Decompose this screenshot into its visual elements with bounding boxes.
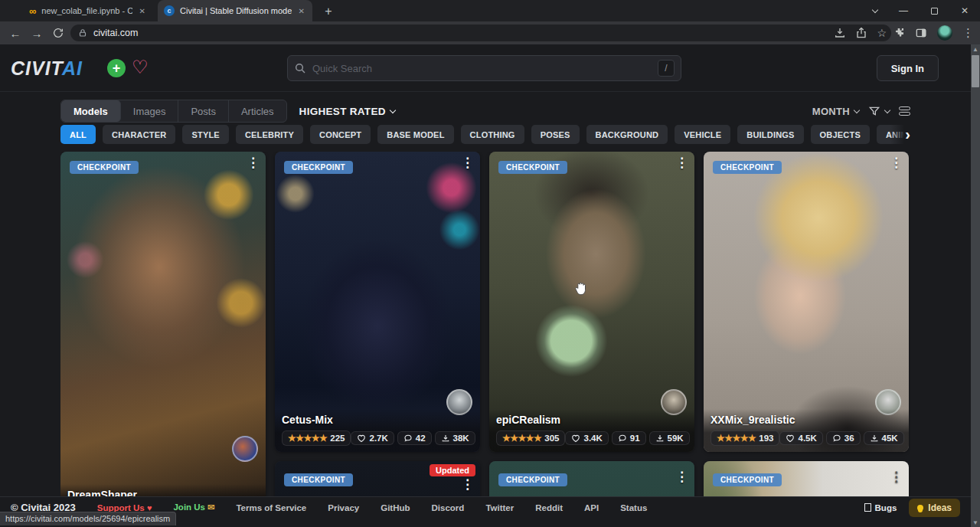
rating-count: 305 xyxy=(544,434,559,443)
tab-civitai[interactable]: c Civitai | Stable Diffusion models, ✕ xyxy=(158,0,312,21)
download-icon xyxy=(441,434,450,443)
ideas-button[interactable]: Ideas xyxy=(909,499,960,517)
page-scrollbar[interactable]: ▲ ▼ xyxy=(971,44,980,527)
chevron-down-icon xyxy=(884,106,890,113)
model-card-cetus-mix[interactable]: CHECKPOINT ⋮ Cetus-Mix ★★★★★ 225 2.7K xyxy=(275,152,480,452)
download-icon[interactable] xyxy=(834,27,846,39)
model-type-badge: CHECKPOINT xyxy=(70,161,139,174)
card-menu-icon[interactable]: ⋮ xyxy=(890,156,903,171)
side-panel-icon[interactable] xyxy=(915,27,927,39)
card-menu-icon[interactable]: ⋮ xyxy=(247,156,260,171)
model-card-epicrealism[interactable]: CHECKPOINT ⋮ epiCRealism ★★★★★ 305 3.4 xyxy=(489,152,694,452)
comments-badge: 91 xyxy=(612,431,646,445)
comments-badge: 42 xyxy=(397,431,432,445)
address-bar[interactable]: civitai.com ☆ xyxy=(70,25,891,41)
sign-in-button[interactable]: Sign In xyxy=(877,55,939,81)
tab-articles[interactable]: Articles xyxy=(229,100,286,122)
terms-link[interactable]: Terms of Service xyxy=(236,503,306,512)
star-icons: ★★★★★ xyxy=(288,433,327,444)
star-icons: ★★★★★ xyxy=(502,433,541,444)
civitai-favicon-icon: c xyxy=(164,5,175,16)
category-pills: ALL CHARACTER STYLE CELEBRITY CONCEPT BA… xyxy=(60,125,910,144)
discord-link[interactable]: Discord xyxy=(432,503,465,512)
card-menu-icon[interactable]: ⋮ xyxy=(890,470,903,485)
back-icon[interactable]: ← xyxy=(5,27,26,40)
upload-plus-button[interactable]: + xyxy=(107,59,126,77)
creator-avatar[interactable] xyxy=(232,436,258,462)
url-text: civitai.com xyxy=(93,28,138,38)
reload-icon[interactable] xyxy=(47,27,69,39)
category-character[interactable]: CHARACTER xyxy=(103,125,175,144)
extensions-puzzle-icon[interactable] xyxy=(893,27,905,39)
card-menu-icon[interactable]: ⋮ xyxy=(461,478,474,493)
rating-badge: ★★★★★ 225 xyxy=(282,430,351,446)
privacy-link[interactable]: Privacy xyxy=(328,503,359,512)
heart-icon xyxy=(571,434,580,443)
reddit-link[interactable]: Reddit xyxy=(535,503,563,512)
sort-dropdown[interactable]: HIGHEST RATED xyxy=(299,106,395,117)
api-link[interactable]: API xyxy=(584,503,599,512)
card-menu-icon[interactable]: ⋮ xyxy=(675,156,688,171)
search-input[interactable] xyxy=(312,63,652,74)
support-us-link[interactable]: Support Us ♥ xyxy=(97,503,152,512)
bookmark-star-icon[interactable]: ☆ xyxy=(877,27,887,39)
twitter-link[interactable]: Twitter xyxy=(485,503,514,512)
status-link[interactable]: Status xyxy=(620,503,647,512)
tab-title: Civitai | Stable Diffusion models, xyxy=(180,6,292,15)
tab-images[interactable]: Images xyxy=(121,100,179,122)
comment-icon xyxy=(403,434,413,443)
minimize-button[interactable]: — xyxy=(888,0,919,21)
tab-models[interactable]: Models xyxy=(61,100,121,122)
tab-close-icon[interactable]: ✕ xyxy=(297,7,306,15)
new-tab-button[interactable]: + xyxy=(320,3,337,20)
model-card-xxmix[interactable]: CHECKPOINT ⋮ XXMix_9realistic ★★★★★ 193 xyxy=(704,152,909,452)
period-dropdown[interactable]: MONTH xyxy=(812,106,859,117)
scroll-right-arrow[interactable]: › xyxy=(890,125,910,144)
envelope-icon: ✉ xyxy=(207,502,214,512)
category-vehicle[interactable]: VEHICLE xyxy=(675,125,730,144)
content-type-tabs: Models Images Posts Articles xyxy=(60,100,287,123)
model-card-dreamshaper[interactable]: CHECKPOINT ⋮ DreamShaper xyxy=(60,152,266,512)
status-url-tooltip: https://civitai.com/models/25694/epicrea… xyxy=(0,512,176,525)
category-buildings[interactable]: BUILDINGS xyxy=(737,125,803,144)
search-bar[interactable]: / xyxy=(287,55,681,81)
search-shortcut-key: / xyxy=(658,60,675,77)
scrollbar-thumb[interactable] xyxy=(972,55,979,87)
tab-colab[interactable]: ∞ new_colab_file.ipynb - Colaborat ✕ xyxy=(23,0,153,21)
category-all[interactable]: ALL xyxy=(60,125,96,144)
category-clothing[interactable]: CLOTHING xyxy=(461,125,524,144)
tab-close-icon[interactable]: ✕ xyxy=(138,7,147,15)
card-menu-icon[interactable]: ⋮ xyxy=(461,156,474,171)
github-link[interactable]: GitHub xyxy=(381,503,410,512)
filter-dropdown[interactable] xyxy=(868,105,890,117)
forward-icon[interactable]: → xyxy=(26,27,47,40)
card-menu-icon[interactable]: ⋮ xyxy=(675,470,688,485)
category-background[interactable]: BACKGROUND xyxy=(586,125,668,144)
browser-menu-icon[interactable]: ⋮ xyxy=(962,26,974,40)
model-type-badge: CHECKPOINT xyxy=(713,161,782,174)
model-type-badge: CHECKPOINT xyxy=(284,473,353,486)
civitai-page: CIVITAI + ♡ / Sign In Models Images Post… xyxy=(0,44,980,527)
bug-icon xyxy=(864,503,871,512)
likes-badge: 3.4K xyxy=(565,431,608,445)
tab-search-chevron-icon[interactable] xyxy=(858,0,888,21)
join-us-link[interactable]: Join Us ✉ xyxy=(173,502,214,512)
favorites-heart-icon[interactable]: ♡ xyxy=(132,57,149,78)
category-style[interactable]: STYLE xyxy=(182,125,228,144)
model-title: Cetus-Mix xyxy=(282,414,473,426)
tab-posts[interactable]: Posts xyxy=(178,100,229,122)
restore-button[interactable] xyxy=(919,0,949,21)
category-poses[interactable]: POSES xyxy=(531,125,580,144)
browser-profile-avatar[interactable] xyxy=(937,25,952,41)
category-concept[interactable]: CONCEPT xyxy=(310,125,371,144)
category-objects[interactable]: OBJECTS xyxy=(811,125,870,144)
category-base-model[interactable]: BASE MODEL xyxy=(377,125,453,144)
civitai-logo[interactable]: CIVITAI xyxy=(11,57,83,80)
category-celebrity[interactable]: CELEBRITY xyxy=(236,125,303,144)
layout-toggle-icon[interactable] xyxy=(899,106,910,116)
scroll-down-icon[interactable]: ▼ xyxy=(971,518,980,527)
bugs-link[interactable]: Bugs xyxy=(864,503,897,512)
scroll-up-icon[interactable]: ▲ xyxy=(971,44,980,54)
close-button[interactable]: ✕ xyxy=(949,0,980,21)
share-icon[interactable] xyxy=(855,27,867,39)
